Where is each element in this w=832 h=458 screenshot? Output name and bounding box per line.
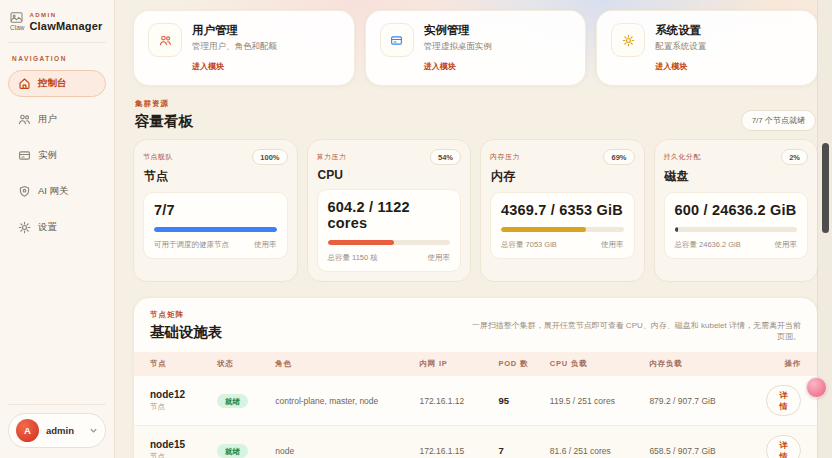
table-header: 节点矩阵 基础设施表 一屏扫描整个集群，展开任意节点即可查看 CPU、内存、磁盘… (134, 298, 817, 352)
node-ip: 172.16.1.12 (415, 387, 494, 415)
sidebar-item-settings[interactable]: 设置 (8, 214, 106, 241)
node-roles: node (271, 437, 415, 458)
capacity-value: 7/7 (154, 202, 277, 218)
module-description: 配置系统设置 (655, 41, 706, 53)
user-menu[interactable]: A admin (8, 413, 106, 448)
progress-bar (675, 227, 798, 232)
node-type: 节点 (150, 452, 209, 458)
table-column-headers: 节点 状态 角色 内网 IP POD 数 CPU 负载 内存负载 操作 (134, 352, 817, 376)
module-card-user-management[interactable]: 用户管理 管理用户、角色和配额 进入模块 (133, 10, 355, 86)
brand-name: ClawManager (29, 20, 102, 32)
usage-percent-badge: 100% (252, 149, 287, 165)
capacity-footer-right: 使用率 (254, 240, 277, 250)
module-description: 管理用户、角色和配额 (192, 41, 277, 53)
column-header: POD 数 (494, 352, 545, 376)
usage-percent-badge: 69% (603, 149, 634, 165)
enter-module-link[interactable]: 进入模块 (192, 61, 224, 72)
scrollbar-thumb[interactable] (822, 143, 829, 233)
table-row[interactable]: node15 节点 就绪 node 172.16.1.15 7 81.6 / 2… (134, 426, 817, 458)
enter-module-link[interactable]: 进入模块 (655, 61, 687, 72)
capacity-section-header: 集群资源 容量看板 7/7 个节点就绪 (135, 99, 816, 131)
node-name: node12 (150, 389, 209, 400)
nodes-ready-badge: 7/7 个节点就绪 (741, 110, 816, 131)
logo: Claw (10, 12, 24, 31)
table-title: 基础设施表 (150, 323, 223, 342)
pod-count: 95 (494, 386, 545, 415)
column-header: 内网 IP (415, 352, 494, 376)
sidebar-item-dashboard[interactable]: 控制台 (8, 70, 106, 97)
capacity-card-title: 磁盘 (665, 168, 809, 185)
floating-assistant-button[interactable] (806, 377, 827, 398)
node-type: 节点 (150, 402, 209, 412)
cpu-load: 119.5 / 251 cores (546, 387, 646, 415)
cpu-load: 81.6 / 251 cores (546, 437, 646, 458)
capacity-cards: 节点舰队 100% 节点 7/7 可用于调度的健康节点 使用率 算力压力 54%… (133, 139, 818, 282)
progress-bar (501, 227, 624, 232)
capacity-footer-left: 总容量 1150 核 (328, 253, 378, 263)
module-title: 用户管理 (192, 23, 277, 38)
gateway-icon (18, 185, 31, 198)
sidebar-item-instances[interactable]: 实例 (8, 142, 106, 169)
capacity-footer-right: 使用率 (775, 240, 798, 250)
capacity-card: 算力压力 54% CPU 604.2 / 1122 cores 总容量 1150… (307, 139, 472, 282)
capacity-value: 604.2 / 1122 cores (328, 199, 451, 231)
capacity-card: 持久化分配 2% 磁盘 600 / 24636.2 GiB 总容量 24636.… (654, 139, 819, 282)
detail-button[interactable]: 详情 (766, 435, 801, 458)
status-badge: 就绪 (217, 444, 248, 458)
capacity-eyebrow: 集群资源 (135, 99, 193, 109)
capacity-footer-left: 总容量 24636.2 GiB (675, 240, 741, 250)
infrastructure-table-card: 节点矩阵 基础设施表 一屏扫描整个集群，展开任意节点即可查看 CPU、内存、磁盘… (133, 297, 818, 458)
enter-module-link[interactable]: 进入模块 (424, 61, 456, 72)
module-title: 系统设置 (655, 23, 706, 38)
usage-percent-badge: 54% (430, 149, 461, 165)
brand-superscript: ADMIN (29, 12, 102, 18)
progress-bar (328, 240, 451, 245)
users-icon (148, 23, 182, 57)
table-eyebrow: 节点矩阵 (150, 310, 223, 320)
detail-button[interactable]: 详情 (766, 385, 801, 416)
capacity-title: 容量看板 (135, 112, 193, 131)
instances-icon (18, 149, 31, 162)
status-badge: 就绪 (217, 394, 248, 408)
node-roles: control-plane, master, node (271, 387, 415, 415)
capacity-footer-left: 总容量 7053 GiB (501, 240, 557, 250)
table-row[interactable]: node12 节点 就绪 control-plane, master, node… (134, 376, 817, 426)
capacity-footer-left: 可用于调度的健康节点 (154, 240, 229, 250)
capacity-card: 内存压力 69% 内存 4369.7 / 6353 GiB 总容量 7053 G… (480, 139, 645, 282)
brand-header: Claw ADMIN ClawManager (8, 10, 106, 43)
capacity-card: 节点舰队 100% 节点 7/7 可用于调度的健康节点 使用率 (133, 139, 298, 282)
gear-icon (18, 221, 31, 234)
capacity-card-eyebrow: 节点舰队 (143, 152, 173, 162)
column-header: 节点 (134, 352, 213, 376)
user-name: admin (46, 425, 74, 436)
table-description: 一屏扫描整个集群，展开任意节点即可查看 CPU、内存、磁盘和 kubelet 详… (471, 320, 801, 342)
broken-image-icon (10, 12, 23, 23)
sidebar-nav: 控制台 用户 实例 AI 网关 设置 (8, 70, 106, 250)
memory-load: 879.2 / 907.7 GiB (645, 387, 762, 415)
capacity-card-eyebrow: 内存压力 (490, 152, 520, 162)
sidebar-item-users[interactable]: 用户 (8, 106, 106, 133)
capacity-footer-right: 使用率 (428, 253, 451, 263)
capacity-card-eyebrow: 持久化分配 (664, 152, 702, 162)
capacity-card-title: 节点 (144, 168, 288, 185)
module-title: 实例管理 (424, 23, 492, 38)
node-ip: 172.16.1.15 (415, 437, 494, 458)
chevron-down-icon (89, 426, 98, 435)
module-card-instance-management[interactable]: 实例管理 管理虚拟桌面实例 进入模块 (365, 10, 587, 86)
column-header: 状态 (213, 352, 271, 376)
capacity-value: 600 / 24636.2 GiB (675, 202, 798, 218)
gear-icon (611, 23, 645, 57)
memory-load: 658.5 / 907.7 GiB (645, 437, 762, 458)
capacity-value: 4369.7 / 6353 GiB (501, 202, 624, 218)
table-body: node12 节点 就绪 control-plane, master, node… (134, 376, 817, 458)
module-cards: 用户管理 管理用户、角色和配额 进入模块 实例管理 管理虚拟桌面实例 进入模块 … (133, 10, 818, 86)
avatar: A (16, 419, 39, 442)
capacity-card-eyebrow: 算力压力 (317, 152, 347, 162)
users-icon (18, 113, 31, 126)
sidebar-item-ai-gateway[interactable]: AI 网关 (8, 178, 106, 205)
pod-count: 7 (494, 436, 545, 458)
module-card-system-settings[interactable]: 系统设置 配置系统设置 进入模块 (596, 10, 818, 86)
usage-percent-badge: 2% (781, 149, 808, 165)
module-description: 管理虚拟桌面实例 (424, 41, 492, 53)
column-header: 操作 (762, 352, 817, 376)
